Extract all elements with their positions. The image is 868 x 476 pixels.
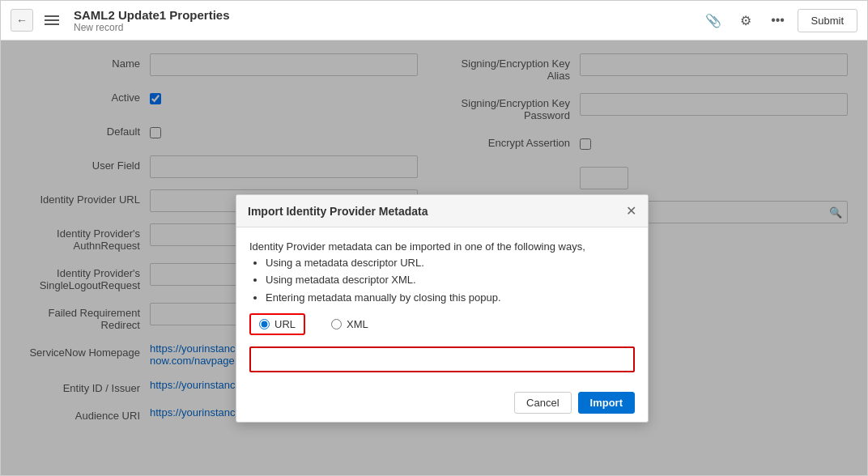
app-container: ← SAML2 Update1 Properties New record 📎 …	[0, 0, 868, 476]
bullet-1: Using a metadata descriptor URL.	[266, 255, 635, 271]
import-button[interactable]: Import	[578, 392, 635, 414]
radio-xml-option[interactable]: XML	[321, 313, 378, 335]
modal-overlay: Import Identity Provider Metadata ✕ Iden…	[1, 40, 867, 475]
radio-url-label: URL	[274, 318, 296, 330]
modal-body: Identity Provider metadata can be import…	[236, 227, 648, 384]
header-left: ← SAML2 Update1 Properties New record	[11, 8, 230, 33]
submit-button[interactable]: Submit	[798, 9, 857, 32]
modal-footer: Cancel Import	[236, 384, 648, 422]
radio-xml-label: XML	[347, 318, 368, 330]
settings-icon[interactable]: ⚙	[733, 7, 759, 33]
modal-close-button[interactable]: ✕	[626, 203, 636, 219]
modal-bullets: Using a metadata descriptor URL. Using m…	[266, 255, 635, 306]
page-subtitle: New record	[74, 22, 230, 33]
header: ← SAML2 Update1 Properties New record 📎 …	[1, 1, 867, 40]
modal-header: Import Identity Provider Metadata ✕	[236, 195, 648, 227]
attachment-icon[interactable]: 📎	[700, 7, 726, 33]
main-content: Name Active	[1, 40, 867, 475]
modal-url-input[interactable]	[249, 346, 635, 372]
header-title: SAML2 Update1 Properties New record	[74, 8, 230, 33]
cancel-button[interactable]: Cancel	[514, 392, 571, 414]
radio-url-option[interactable]: URL	[249, 313, 305, 335]
radio-url[interactable]	[259, 319, 270, 329]
back-button[interactable]: ←	[11, 9, 33, 32]
more-options-icon[interactable]: •••	[765, 7, 791, 33]
hamburger-icon[interactable]	[41, 12, 62, 28]
modal-radio-group: URL XML	[249, 313, 635, 335]
bullet-2: Using metadata descriptor XML.	[266, 272, 635, 288]
modal-description: Identity Provider metadata can be import…	[249, 239, 635, 305]
header-right: 📎 ⚙ ••• Submit	[700, 7, 857, 33]
import-metadata-modal: Import Identity Provider Metadata ✕ Iden…	[236, 194, 649, 423]
modal-description-text: Identity Provider metadata can be import…	[249, 240, 585, 253]
page-title: SAML2 Update1 Properties	[74, 8, 230, 22]
bullet-3: Entering metadata manually by closing th…	[266, 290, 635, 306]
radio-xml[interactable]	[331, 319, 342, 329]
modal-title: Import Identity Provider Metadata	[248, 205, 428, 218]
